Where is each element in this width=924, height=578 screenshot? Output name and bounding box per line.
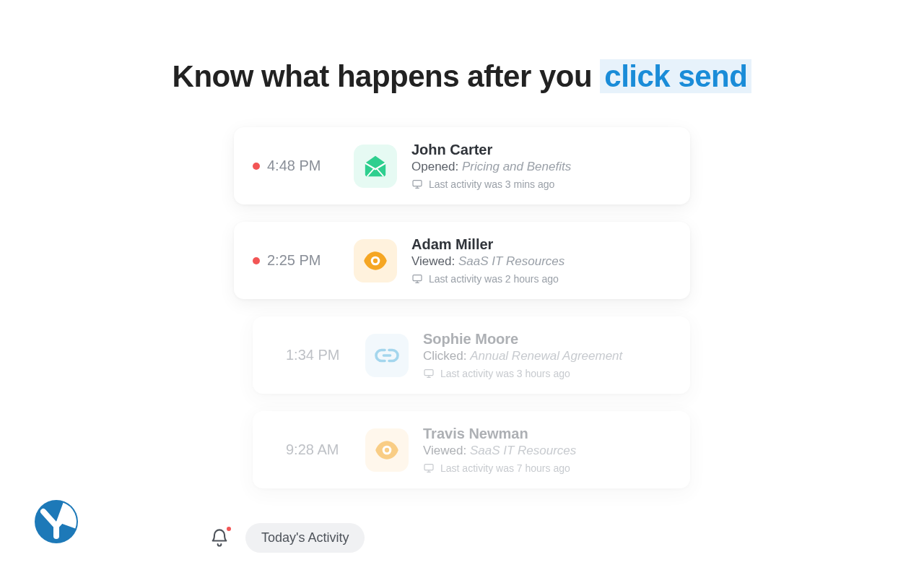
- link-icon: [365, 334, 409, 377]
- contact-name: John Carter: [411, 142, 671, 158]
- action-line: Clicked: Annual Renewal Agreement: [423, 349, 671, 363]
- brand-logo: [33, 499, 79, 545]
- action-prefix: Viewed:: [423, 444, 466, 457]
- today-activity-chip[interactable]: Today's Activity: [245, 523, 365, 553]
- headline-highlight: click send: [600, 59, 751, 93]
- svg-rect-4: [424, 370, 433, 376]
- activity-details: John Carter Opened: Pricing and Benefits…: [411, 142, 671, 190]
- action-line: Viewed: SaaS IT Resources: [411, 254, 671, 269]
- meta-text: Last activity was 2 hours ago: [429, 273, 559, 285]
- activity-details: Sophie Moore Clicked: Annual Renewal Agr…: [423, 331, 671, 379]
- time-column: 1:34 PM: [271, 347, 365, 363]
- action-prefix: Viewed:: [411, 254, 455, 268]
- action-line: Viewed: SaaS IT Resources: [423, 444, 671, 458]
- bell-badge: [225, 525, 232, 532]
- meta-text: Last activity was 3 mins ago: [429, 178, 554, 190]
- svg-point-6: [385, 447, 389, 452]
- view-eye-icon: [365, 428, 409, 472]
- unread-dot: [253, 257, 260, 264]
- contact-name: Sophie Moore: [423, 331, 671, 348]
- footer-area: Today's Activity: [208, 523, 365, 553]
- svg-rect-0: [413, 181, 422, 186]
- action-prefix: Clicked:: [423, 349, 466, 363]
- monitor-icon: [423, 368, 435, 379]
- time-column: 4:48 PM: [253, 158, 354, 174]
- monitor-icon: [423, 462, 435, 474]
- time-column: 9:28 AM: [271, 441, 365, 458]
- svg-point-2: [373, 258, 378, 262]
- contact-name: Adam Miller: [411, 236, 671, 253]
- action-subject: Pricing and Benefits: [462, 160, 571, 173]
- activity-card[interactable]: 9:28 AM Travis Newman Viewed: SaaS IT Re…: [253, 411, 690, 488]
- unread-dot: [253, 163, 260, 170]
- headline-prefix: Know what happens after you: [173, 59, 601, 93]
- activity-meta: Last activity was 3 mins ago: [411, 178, 671, 190]
- activity-details: Travis Newman Viewed: SaaS IT Resources …: [423, 426, 671, 474]
- activity-meta: Last activity was 2 hours ago: [411, 273, 671, 285]
- action-line: Opened: Pricing and Benefits: [411, 160, 671, 174]
- activity-time: 9:28 AM: [286, 441, 339, 458]
- activity-details: Adam Miller Viewed: SaaS IT Resources La…: [411, 236, 671, 285]
- activity-time: 1:34 PM: [286, 347, 339, 363]
- monitor-icon: [411, 273, 423, 285]
- svg-rect-7: [424, 465, 433, 470]
- page-headline: Know what happens after you click send: [0, 59, 924, 94]
- activity-card[interactable]: 1:34 PM Sophie Moore Clicked: Annual Ren…: [253, 316, 690, 394]
- notifications-bell[interactable]: [208, 527, 231, 550]
- activity-card[interactable]: 2:25 PM Adam Miller Viewed: SaaS IT Reso…: [234, 222, 690, 299]
- action-prefix: Opened:: [411, 160, 458, 173]
- action-subject: SaaS IT Resources: [458, 254, 565, 268]
- monitor-icon: [411, 178, 423, 190]
- meta-text: Last activity was 3 hours ago: [440, 368, 570, 379]
- open-email-icon: [354, 144, 397, 188]
- activity-time: 2:25 PM: [267, 252, 321, 269]
- contact-name: Travis Newman: [423, 426, 671, 442]
- activity-time: 4:48 PM: [267, 158, 321, 174]
- meta-text: Last activity was 7 hours ago: [440, 462, 570, 474]
- svg-rect-3: [413, 275, 422, 281]
- activity-feed: 4:48 PM John Carter Opened: Pricing and …: [234, 127, 690, 506]
- activity-meta: Last activity was 3 hours ago: [423, 368, 671, 379]
- view-eye-icon: [354, 239, 397, 282]
- activity-card[interactable]: 4:48 PM John Carter Opened: Pricing and …: [234, 127, 690, 204]
- action-subject: SaaS IT Resources: [470, 444, 576, 457]
- activity-meta: Last activity was 7 hours ago: [423, 462, 671, 474]
- action-subject: Annual Renewal Agreement: [470, 349, 622, 363]
- time-column: 2:25 PM: [253, 252, 354, 269]
